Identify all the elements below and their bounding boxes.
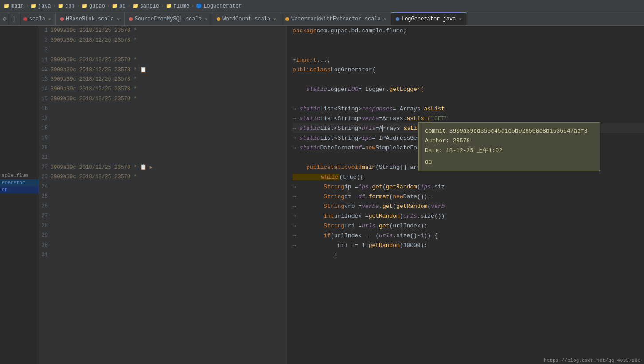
gutter: 1 3909a39c 2018/12/25 23578 * 2 3909a39c… (39, 26, 287, 364)
code-line-if: → if (urlIndex == ( urls .size()-1)) { (293, 231, 644, 240)
tab-sourcemysql[interactable]: SourceFromMySQL.scala ✕ (125, 12, 212, 25)
gutter-line-14: 14 3909a39c 2018/12/25 23578 * (39, 84, 287, 94)
git-tooltip: commit 3909a39cd355c45c1e5b928500e8b1536… (418, 122, 600, 171)
code-line-15 (293, 94, 644, 104)
breadcrumb-bar: 📁 main › 📁 java › 📁 com › 📁 gupao › 📁 bd… (0, 0, 644, 12)
tab-close-sourcemysql[interactable]: ✕ (205, 16, 207, 22)
code-line-import: + import ...; (293, 55, 644, 65)
class-icon: 🔵 (196, 3, 202, 9)
gutter-line-19: 19 (39, 133, 287, 143)
gutter-line-23: 23 3909a39c 2018/12/25 23578 * (39, 172, 287, 182)
code-panel[interactable]: package com.gupao.bd.sample.flume; + imp… (287, 26, 644, 364)
status-bar: https://blog.csdn.net/qq_40337206 (540, 357, 644, 364)
tab-close-watermark[interactable]: ✕ (384, 16, 386, 22)
folder-icon: 📁 (112, 3, 118, 9)
tab-scala[interactable]: scala ✕ (19, 12, 56, 25)
gutter-line-28: 28 (39, 221, 287, 231)
gutter-line-1: 1 3909a39c 2018/12/25 23578 * (39, 26, 287, 35)
sidebar-item-or[interactable]: or (0, 186, 39, 193)
breadcrumb-loggenerator[interactable]: 🔵 LogGenerator (196, 3, 242, 9)
folder-icon: 📁 (58, 3, 64, 9)
tab-close-hbasesink[interactable]: ✕ (117, 16, 120, 22)
code-line-verbs: → static List<String> verbs =Arrays. asL… (293, 114, 644, 123)
code-line-3 (293, 45, 644, 55)
tooltip-commit: commit 3909a39cd355c45c1e5b928500e8b1536… (425, 126, 593, 136)
gutter-line-26: 26 (39, 201, 287, 211)
gutter-line-2: 2 3909a39c 2018/12/25 23578 * (39, 35, 287, 45)
tab-hbasesink[interactable]: HBaseSink.scala ✕ (56, 12, 125, 25)
breadcrumb-bd[interactable]: 📁 bd (112, 3, 125, 9)
tab-dot-sourcemysql (129, 17, 133, 21)
code-line-responses: → static List<String> responses = Arrays… (293, 104, 644, 114)
tab-dot-watermark (285, 17, 289, 21)
code-line-vrb: → String vrb = verbs . get ( getRandom (… (293, 201, 644, 211)
sidebar-item-flume[interactable]: mple.flum (0, 172, 39, 179)
folder-icon: 📁 (4, 3, 10, 9)
folder-icon: 📁 (166, 3, 172, 9)
code-line-13 (293, 74, 644, 84)
tab-dot-scala (23, 17, 27, 21)
code-line-class: public class LogGenerator { (293, 65, 644, 74)
gutter-line-17: 17 (39, 114, 287, 123)
tab-close-scala[interactable]: ✕ (48, 16, 51, 22)
gutter-line-25: 25 (39, 192, 287, 201)
code-line-ip: → String ip = ips . get ( getRandom ( ip… (293, 182, 644, 192)
tab-close-loggenerator[interactable]: ✕ (459, 16, 461, 22)
folder-icon: 📁 (31, 3, 37, 9)
gutter-line-11: 11 3909a39c 2018/12/25 23578 * (39, 55, 287, 65)
code-line-while: while (true){ (293, 172, 644, 182)
code-line-urlindex: → int urlIndex = getRandom ( urls .size(… (293, 211, 644, 221)
code-line-package: package com.gupao.bd.sample.flume; (293, 26, 644, 35)
code-line-2 (293, 35, 644, 45)
gutter-line-3: 3 (39, 45, 287, 55)
sidebar-item-generator[interactable]: enerator (0, 179, 39, 186)
folder-icon: 📁 (133, 3, 139, 9)
tab-loggenerator[interactable]: LogGenerator.java ✕ (391, 12, 466, 25)
folder-icon: 📁 (82, 3, 88, 9)
gutter-line-30: 30 (39, 240, 287, 250)
tab-dot-wordcount (217, 17, 220, 21)
tab-dot-hbasesink (60, 17, 64, 21)
gutter-line-31: 31 (39, 250, 287, 260)
gutter-line-13: 13 3909a39c 2018/12/25 23578 * (39, 74, 287, 84)
left-sidebar: mple.flum enerator or (0, 26, 39, 364)
tab-dot-loggenerator (396, 17, 399, 21)
gutter-line-24: 24 (39, 182, 287, 192)
gutter-line-12: 12 3909a39c 2018/12/25 23578 * 📋 (39, 65, 287, 74)
code-line-uri-plus: → uri += 1+ getRandom (10000); (293, 240, 644, 250)
code-line-dt: → String dt = df . format ( new Date()); (293, 192, 644, 201)
breadcrumb-flume[interactable]: 📁 flume (166, 3, 189, 9)
breadcrumb-sample[interactable]: 📁 sample (133, 3, 159, 9)
breadcrumb-main[interactable]: 📁 main (4, 3, 24, 9)
gutter-line-22: 22 3909a39c 2018/12/25 23578 * 📋 ▶ (39, 162, 287, 172)
code-line-uri: → String uri = urls . get (urlIndex); (293, 221, 644, 231)
code-line-logger: static Logger LOG = Logger. getLogger( (293, 84, 644, 94)
gutter-line-16: 16 (39, 104, 287, 114)
tooltip-author: Author: 23578 (425, 136, 593, 146)
gutter-line-18: 18 (39, 123, 287, 133)
tab-close-wordcount[interactable]: ✕ (273, 16, 276, 22)
gutter-line-27: 27 (39, 211, 287, 221)
tooltip-date: Date: 18-12-25 上午1:02 (425, 146, 593, 156)
tab-settings[interactable]: ⚙ (0, 12, 9, 25)
tooltip-message: dd (425, 157, 593, 167)
gutter-line-29: 29 (39, 231, 287, 240)
tab-watermark[interactable]: WatermarkWithExtractor.scala ✕ (281, 12, 391, 25)
tab-bar: ⚙ | scala ✕ HBaseSink.scala ✕ SourceFrom… (0, 12, 644, 26)
main-area: mple.flum enerator or 1 3909a39c 2018/12… (0, 26, 644, 364)
gutter-line-20: 20 (39, 143, 287, 153)
code-line-close: } (293, 250, 644, 260)
breadcrumb-gupao[interactable]: 📁 gupao (82, 3, 105, 9)
gutter-line-15: 15 3909a39c 2018/12/25 23578 * (39, 94, 287, 104)
breadcrumb-java[interactable]: 📁 java (31, 3, 51, 9)
tab-settings2[interactable]: | (9, 12, 19, 25)
gutter-line-21: 21 (39, 153, 287, 162)
breadcrumb-com[interactable]: 📁 com (58, 3, 75, 9)
tab-wordcount[interactable]: WordCount.scala ✕ (212, 12, 281, 25)
